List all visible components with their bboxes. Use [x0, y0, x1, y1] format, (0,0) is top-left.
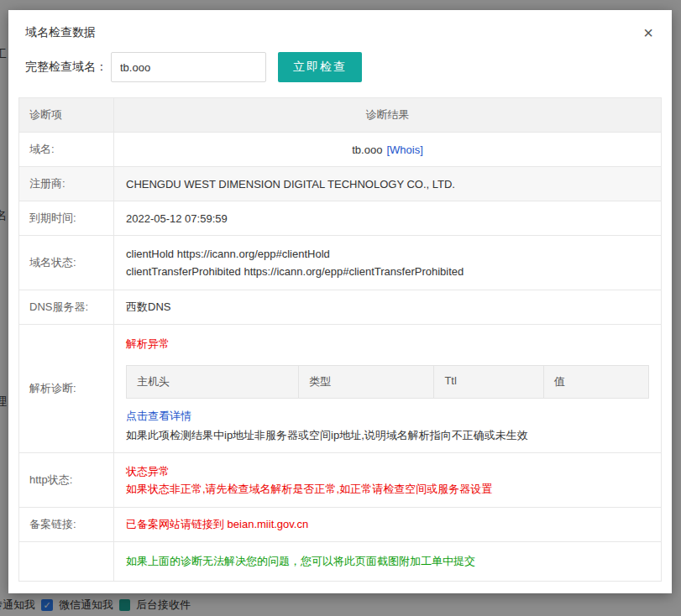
column-header-type: 类型 [299, 366, 434, 398]
dialog-header: 域名检查数据 × [8, 10, 672, 45]
column-header-item: 诊断项 [19, 98, 114, 132]
registrar-value: CHENGDU WEST DIMENSION DIGITAL TECHNOLOG… [114, 167, 661, 201]
table-row-domain: 域名: tb.ooo [Whois] [19, 133, 661, 167]
row-label: 域名: [19, 133, 114, 166]
dns-value: 西数DNS [114, 290, 661, 324]
column-header-value: 值 [544, 366, 648, 398]
close-icon[interactable]: × [642, 25, 655, 40]
domain-value: tb.ooo [352, 144, 382, 156]
http-note: 如果状态非正常,请先检查域名解析是否正常,如正常请检查空间或服务器设置 [126, 480, 649, 498]
row-label: http状态: [19, 453, 114, 507]
table-row-registrar: 注册商: CHENGDU WEST DIMENSION DIGITAL TECH… [19, 167, 661, 201]
table-row-status: 域名状态: clientHold https://icann.org/epp#c… [19, 236, 661, 290]
domain-check-form: 完整检查域名： 立即检查 [8, 45, 672, 86]
table-header-row: 诊断项 诊断结果 [19, 98, 661, 133]
dns-records-table: 主机头 类型 Ttl 值 [126, 365, 649, 399]
row-label: 解析诊断: [19, 325, 114, 452]
domain-input[interactable] [111, 52, 266, 82]
row-label: 到期时间: [19, 201, 114, 235]
table-row-beian: 备案链接: 已备案网站请链接到 beian.miit.gov.cn [19, 508, 661, 542]
view-details-link[interactable]: 点击查看详情 [126, 409, 649, 424]
table-row-tip: 如果上面的诊断无法解决您的问题，您可以将此页面截图附加工单中提交 [19, 542, 661, 581]
dns-records-header: 主机头 类型 Ttl 值 [127, 366, 648, 398]
dialog-title: 域名检查数据 [25, 25, 96, 40]
row-label: 注册商: [19, 167, 114, 201]
table-row-expire: 到期时间: 2022-05-12 07:59:59 [19, 201, 661, 236]
beian-text: 已备案网站请链接到 beian.miit.gov.cn [114, 508, 661, 541]
column-header-result: 诊断结果 [114, 98, 661, 132]
domain-check-dialog: 域名检查数据 × 完整检查域名： 立即检查 诊断项 诊断结果 域名: tb.oo… [8, 10, 672, 593]
row-label: 备案链接: [19, 508, 114, 541]
resolve-note: 如果此项检测结果中ip地址非服务器或空间ip地址,说明域名解析指向不正确或未生效 [126, 427, 649, 444]
status-line: clientTransferProhibited https://icann.o… [126, 263, 649, 280]
row-label [19, 542, 114, 581]
table-row-dns: DNS服务器: 西数DNS [19, 290, 661, 325]
row-label: 域名状态: [19, 236, 114, 290]
table-row-http: http状态: 状态异常 如果状态非正常,请先检查域名解析是否正常,如正常请检查… [19, 453, 661, 508]
expire-value: 2022-05-12 07:59:59 [114, 201, 661, 235]
whois-link[interactable]: [Whois] [386, 144, 422, 156]
tip-text: 如果上面的诊断无法解决您的问题，您可以将此页面截图附加工单中提交 [114, 542, 661, 581]
row-label: DNS服务器: [19, 290, 114, 324]
table-row-resolve: 解析诊断: 解析异常 主机头 类型 Ttl 值 点击查看详情 如果此项检测结果中… [19, 325, 661, 453]
column-header-ttl: Ttl [434, 366, 543, 398]
resolve-alert: 解析异常 [126, 337, 649, 352]
diagnostic-table: 诊断项 诊断结果 域名: tb.ooo [Whois] 注册商: CHENGDU… [18, 97, 662, 582]
check-now-button[interactable]: 立即检查 [278, 52, 362, 82]
column-header-host: 主机头 [127, 366, 299, 398]
domain-input-label: 完整检查域名： [25, 60, 107, 75]
status-line: clientHold https://icann.org/epp#clientH… [126, 245, 649, 263]
http-alert: 状态异常 [126, 462, 649, 480]
